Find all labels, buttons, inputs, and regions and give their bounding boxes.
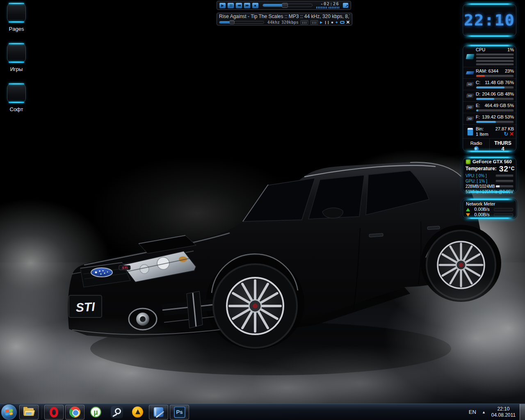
- playlist-button[interactable]: [310, 20, 318, 25]
- empty-bin-icon[interactable]: ✕: [509, 131, 514, 137]
- taskbar-opera-button[interactable]: [44, 405, 64, 420]
- play-button[interactable]: ▶: [219, 2, 226, 9]
- tray-clock[interactable]: 22:10 04.08.2011: [491, 406, 516, 418]
- sti-grille-badge: STi: [119, 265, 130, 270]
- drive-usage: 464.49 GB 5%: [484, 103, 514, 108]
- cpu-icon: [466, 54, 475, 59]
- radio-play-button[interactable]: ▶: [474, 146, 479, 151]
- desktop-icon-games[interactable]: Игры: [2, 43, 31, 84]
- taskbar-photoshop-button[interactable]: Ps: [170, 405, 189, 420]
- equalizer-button[interactable]: [300, 20, 308, 25]
- player-info-bar: Rise Against - Tip The Scales :: MP3 :: …: [217, 13, 352, 25]
- drive-letter: E:: [476, 103, 480, 108]
- taskbar-divider: [41, 406, 42, 419]
- show-hidden-icons-button[interactable]: ▲: [482, 410, 486, 414]
- gpu-widget: GeForce GTX 560 Temperature: 32°C VPU: […: [463, 158, 516, 192]
- refresh-bin-icon[interactable]: ↻: [504, 131, 508, 137]
- svg-text:STi: STi: [122, 266, 128, 270]
- network-meter-title: Network Meter: [466, 201, 513, 207]
- pause-button[interactable]: ❙❙: [227, 2, 234, 9]
- drive-letter: D:: [476, 91, 480, 97]
- gpu-load-label: GPU: [ 1% ]: [466, 178, 487, 184]
- stop-button[interactable]: ■: [252, 2, 259, 9]
- network-meter-widget: Network Meter 0.00B/s 0.00B/s: [463, 199, 516, 218]
- desktop-icon-label: Игры: [10, 66, 23, 72]
- front-wheel: [213, 264, 297, 348]
- cpu-row: CPU 1%: [463, 46, 516, 67]
- expand-player-button[interactable]: ↗: [342, 2, 349, 8]
- drive-row-d[interactable]: HD D: 204.06 GB 48%: [463, 90, 516, 102]
- cpu-value: 1%: [507, 47, 514, 52]
- previous-button[interactable]: ◀◀: [235, 2, 242, 9]
- system-tray: EN ▲ 22:10 04.08.2011: [469, 406, 517, 418]
- download-meter: [494, 213, 513, 217]
- taskbar-explorer-button[interactable]: [19, 405, 39, 420]
- mini-play-button[interactable]: ▶: [320, 20, 322, 25]
- minimize-button[interactable]: [340, 21, 345, 24]
- drive-usage: 139.42 GB 53%: [482, 114, 514, 120]
- clock-time: 22:10: [464, 11, 515, 29]
- nvidia-logo-icon: [466, 159, 471, 164]
- taskbar-utorrent-button[interactable]: µ: [86, 405, 105, 420]
- recycle-bin-icon: [467, 128, 473, 136]
- taskbar-aimp-button[interactable]: [128, 405, 147, 420]
- svg-text:STI: STI: [75, 300, 96, 314]
- upload-speed: 0.00B/s: [472, 207, 492, 212]
- start-button[interactable]: [1, 404, 17, 420]
- recycle-bin-row[interactable]: Bin: 27.87 KB 1 Item ↻ ✕: [463, 125, 516, 139]
- download-arrow-icon: [466, 213, 470, 217]
- volume-handle[interactable]: [229, 20, 235, 24]
- always-on-top-button[interactable]: ✦: [335, 20, 338, 25]
- taskbar-notes-button[interactable]: [149, 405, 168, 420]
- bin-items: 1 Item: [476, 132, 488, 137]
- gpu-load-meter: [495, 180, 514, 183]
- ram-icon: [466, 71, 475, 75]
- soft-tile-icon: [7, 84, 26, 103]
- volume-slider[interactable]: [219, 21, 264, 24]
- ram-row: RAM: 6344 23%: [463, 67, 516, 79]
- drive-row-f[interactable]: HD F: 139.42 GB 53%: [463, 113, 516, 125]
- upload-meter: [494, 208, 513, 211]
- aimp-icon: [132, 406, 143, 418]
- day-number: 4: [501, 146, 504, 151]
- hdd-icon: HD: [466, 82, 475, 87]
- language-indicator[interactable]: EN: [469, 409, 476, 415]
- gpu-memory-meter: [495, 185, 514, 188]
- vpu-load-label: VPU: [ 0% ]: [466, 173, 487, 178]
- close-button[interactable]: ✕: [346, 20, 350, 25]
- drive-row-c[interactable]: HD C: 11.48 GB 76%: [463, 79, 516, 90]
- drive-row-e[interactable]: HD E: 464.49 GB 5%: [463, 102, 516, 113]
- subaru-badge: [91, 268, 112, 277]
- show-desktop-button[interactable]: [520, 404, 525, 420]
- time-remaining: -02:26: [316, 2, 339, 6]
- desktop-icon-pages[interactable]: Pages: [2, 3, 31, 43]
- radio-cell: Radio ▶: [463, 139, 489, 153]
- blue-book-pen-icon: [153, 407, 164, 417]
- taskbar-steam-button[interactable]: [107, 405, 126, 420]
- mini-pause-button[interactable]: ❙❙: [324, 20, 329, 25]
- time-vu-stack: -02:26: [316, 2, 339, 9]
- taskbar-chrome-button[interactable]: [65, 405, 84, 420]
- mini-stop-button[interactable]: ■: [331, 20, 333, 25]
- track-title: Rise Against - Tip The Scales :: MP3 :: …: [219, 14, 350, 20]
- drive-letter: C:: [476, 80, 480, 85]
- hdd-icon: HD: [466, 105, 475, 110]
- radio-label: Radio: [470, 141, 482, 146]
- upload-arrow-icon: [466, 208, 470, 211]
- games-tile-icon: [7, 43, 26, 62]
- gpu-memory-label: 228MB/1024MB: [466, 184, 495, 189]
- desktop-icon-soft[interactable]: Софт: [2, 84, 31, 124]
- drive-usage: 204.06 GB 48%: [482, 91, 514, 97]
- chrome-icon: [69, 406, 80, 418]
- gpu-temp-value: 32°C: [499, 166, 515, 171]
- desktop: STi STI: [0, 0, 525, 420]
- seek-handle[interactable]: [282, 3, 288, 8]
- ram-value: 23%: [505, 68, 514, 74]
- sti-plate: STI: [69, 295, 102, 317]
- vu-meter: [316, 7, 339, 9]
- desktop-icon-list: Pages Игры Софт: [2, 3, 31, 124]
- gpu-temp-label: Temperature:: [466, 166, 497, 171]
- drive-letter: F:: [476, 114, 480, 120]
- seek-slider[interactable]: [262, 4, 313, 7]
- next-button[interactable]: ▶▶: [244, 2, 251, 9]
